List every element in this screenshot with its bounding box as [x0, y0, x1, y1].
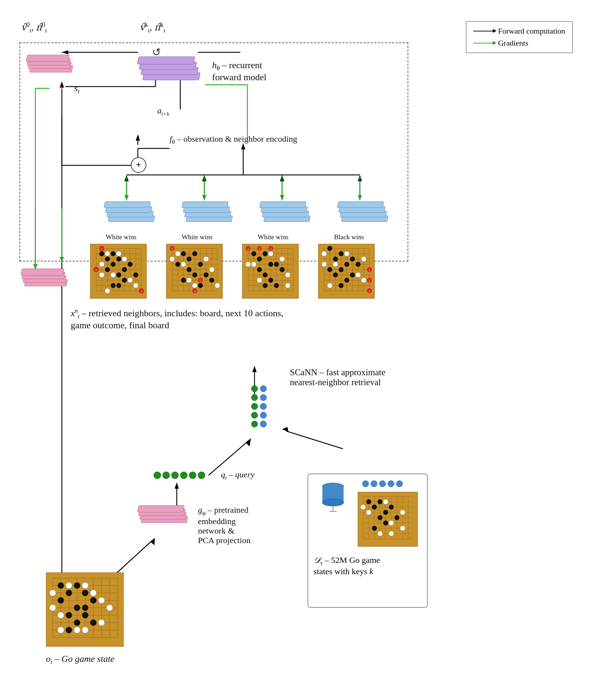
svg-point-325 [66, 582, 72, 589]
svg-point-96 [105, 288, 110, 293]
black-wins-label: Black wins [322, 233, 376, 241]
svg-point-79 [105, 267, 110, 272]
svg-point-223 [356, 272, 361, 277]
scann-label: SCaNN – fast approximatenearest-neighbor… [290, 367, 385, 387]
svg-point-216 [344, 278, 349, 283]
svg-point-289 [389, 520, 394, 525]
retrieval-database-box: 𝒟r – 52M Go gamestates with keys k [308, 473, 428, 608]
forward-label: Forward computation [498, 27, 565, 36]
svg-text:1: 1 [171, 247, 173, 251]
svg-point-81 [122, 267, 127, 272]
svg-point-291 [378, 531, 382, 536]
forward-arrow-icon [473, 31, 495, 31]
svg-point-92 [99, 272, 104, 277]
gradient-label: Gradients [498, 39, 528, 48]
svg-point-174 [263, 283, 268, 288]
svg-point-85 [111, 283, 116, 288]
upper-dashed-box [19, 42, 408, 261]
svg-point-208 [333, 257, 338, 261]
svg-point-335 [82, 627, 88, 633]
svg-point-326 [49, 605, 56, 611]
svg-point-254 [371, 481, 377, 487]
svg-point-237 [260, 386, 267, 392]
svg-point-164 [251, 251, 256, 256]
svg-point-315 [58, 597, 64, 604]
svg-point-238 [260, 394, 267, 401]
svg-point-332 [98, 619, 105, 626]
svg-point-253 [362, 481, 369, 487]
svg-point-241 [260, 421, 267, 427]
svg-point-218 [322, 251, 327, 256]
svg-point-278 [372, 505, 377, 510]
svg-text:2: 2 [369, 279, 370, 282]
svg-point-316 [74, 605, 80, 611]
svg-text:1: 1 [247, 247, 249, 251]
svg-point-321 [82, 612, 88, 618]
gradient-arrow-icon [473, 43, 495, 43]
svg-point-175 [246, 262, 251, 267]
svg-point-93 [111, 272, 116, 277]
svg-point-127 [192, 272, 197, 277]
svg-point-88 [105, 251, 110, 256]
svg-point-137 [187, 278, 192, 283]
svg-line-34 [286, 431, 343, 449]
svg-point-233 [251, 394, 258, 401]
go-board-ot [46, 572, 124, 647]
svg-text:3: 3 [194, 289, 196, 293]
svg-text:3: 3 [369, 289, 370, 293]
white-wins-2-label: White wins [170, 233, 224, 241]
g-phi-label: gφ – pretrainedembeddingnetwork &PCA pro… [198, 505, 251, 545]
svg-point-169 [274, 262, 279, 267]
svg-point-76 [105, 257, 110, 261]
svg-point-283 [383, 520, 388, 525]
svg-point-170 [263, 272, 268, 277]
svg-point-292 [389, 531, 394, 536]
white-wins-3-label: White wins [246, 233, 300, 241]
svg-point-122 [187, 257, 192, 261]
svg-point-235 [251, 412, 258, 418]
svg-point-250 [322, 499, 344, 506]
query-dots [152, 470, 216, 482]
svg-point-95 [133, 283, 138, 288]
svg-point-285 [361, 505, 366, 510]
svg-point-318 [82, 605, 88, 611]
svg-point-276 [366, 499, 371, 504]
legend-gradient: Gradients [473, 39, 565, 48]
svg-point-125 [198, 262, 203, 267]
svg-point-313 [74, 582, 80, 589]
svg-point-90 [116, 251, 121, 256]
svg-point-330 [58, 612, 64, 618]
svg-point-279 [383, 510, 388, 515]
svg-point-277 [378, 499, 382, 504]
svg-marker-31 [175, 482, 179, 489]
svg-point-80 [111, 262, 116, 267]
qt-label: qt – query [221, 470, 255, 481]
svg-point-178 [280, 257, 285, 261]
svg-point-225 [327, 283, 332, 288]
svg-point-78 [116, 257, 121, 261]
svg-point-286 [383, 499, 388, 504]
svg-point-130 [198, 283, 203, 288]
f-theta-label: fθ – observation & neighbor encoding [170, 134, 297, 146]
svg-point-176 [268, 251, 273, 256]
svg-point-87 [133, 272, 138, 277]
svg-point-82 [128, 262, 133, 267]
svg-point-212 [339, 267, 344, 272]
legend-box: Forward computation Gradients [466, 21, 573, 53]
svg-marker-37 [150, 538, 155, 545]
svg-point-219 [344, 251, 349, 256]
svg-point-323 [90, 619, 97, 626]
svg-text:2: 2 [95, 268, 97, 272]
svg-point-168 [257, 267, 262, 272]
dr-label: 𝒟r – 52M Go gamestates with keys k [314, 555, 380, 576]
svg-point-121 [181, 251, 186, 256]
svg-point-177 [251, 262, 256, 267]
svg-point-214 [333, 272, 338, 277]
svg-point-94 [128, 278, 133, 283]
svg-point-133 [170, 257, 175, 261]
svg-marker-35 [282, 427, 288, 432]
svg-point-236 [251, 421, 258, 427]
svg-point-240 [260, 412, 267, 418]
svg-point-165 [263, 251, 268, 256]
svg-point-173 [274, 283, 279, 288]
